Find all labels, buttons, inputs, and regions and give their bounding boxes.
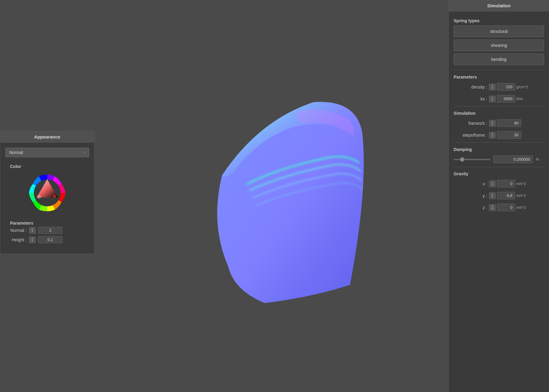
appearance-header: Appearance (0, 131, 94, 143)
damping-label: Damping (449, 145, 549, 154)
gravity-y-row: y : ▲▼ m/s^2 (449, 191, 549, 201)
dropdown-value: Normal (9, 150, 23, 155)
ks-label: ks : (454, 96, 487, 101)
simulation-panel: Simulation Spring types structural shear… (448, 0, 549, 392)
divider-1 (454, 70, 544, 70)
height-input[interactable] (38, 236, 62, 243)
parameters-label: Parameters (449, 73, 549, 82)
height-label: Height : (5, 237, 27, 242)
structural-button[interactable]: structural (454, 26, 544, 37)
density-input[interactable] (497, 83, 515, 91)
frames-row: frames/s : ▲▼ (449, 118, 549, 128)
shearing-button[interactable]: shearing (454, 40, 544, 51)
normal-param-row: Normal : ▲▼ (5, 227, 89, 234)
gravity-x-group: ▲▼ m/s^2 (489, 180, 544, 187)
damping-container: % (449, 154, 549, 164)
appearance-params-section: Parameters Normal : ▲▼ Height : ▲▼ (0, 217, 94, 247)
gravity-x-label: x : (454, 181, 487, 186)
density-input-group: ▲▼ g/cm^2 (489, 83, 544, 91)
gravity-x-unit: m/s^2 (516, 182, 526, 186)
ks-row: ks : ▲▼ N/m (449, 94, 549, 104)
gravity-z-group: ▲▼ m/s^2 (489, 204, 544, 211)
frames-input[interactable] (497, 119, 521, 127)
gravity-y-unit: m/s^2 (516, 194, 526, 198)
appearance-dropdown[interactable]: Normal › (5, 148, 89, 157)
gravity-label: Gravity (449, 170, 549, 179)
normal-input[interactable] (38, 227, 62, 234)
divider-3 (454, 142, 544, 143)
color-section: Color (0, 161, 94, 217)
gravity-z-row: z : ▲▼ m/s^2 (449, 202, 549, 212)
steps-input[interactable] (497, 131, 521, 139)
gravity-x-spinner[interactable]: ▲▼ (489, 180, 496, 187)
color-label: Color (5, 162, 89, 170)
color-wheel[interactable] (27, 173, 67, 213)
appearance-panel: Appearance Normal › Color (0, 131, 94, 254)
gravity-z-label: z : (454, 205, 487, 210)
density-row: density : ▲▼ g/cm^2 (449, 82, 549, 92)
simulation-title: Simulation (487, 3, 511, 8)
damping-slider[interactable] (454, 159, 490, 160)
gravity-y-group: ▲▼ m/s^2 (489, 192, 544, 199)
frames-input-group: ▲▼ (489, 119, 544, 127)
ks-unit: N/m (516, 97, 523, 101)
gravity-y-spinner[interactable]: ▲▼ (489, 192, 496, 199)
ks-spinner[interactable]: ▲▼ (489, 96, 496, 102)
gravity-z-spinner[interactable]: ▲▼ (489, 204, 496, 211)
frames-spinner[interactable]: ▲▼ (489, 120, 496, 127)
simulation-sublabel: Simulation (449, 109, 549, 118)
steps-row: steps/frame : ▲▼ (449, 130, 549, 140)
divider-4 (454, 167, 544, 167)
normal-label: Normal : (5, 228, 27, 233)
ks-input-group: ▲▼ N/m (489, 95, 544, 103)
steps-spinner[interactable]: ▲▼ (489, 132, 496, 138)
gravity-x-row: x : ▲▼ m/s^2 (449, 179, 549, 189)
cloth-visualization (204, 96, 381, 304)
gravity-y-label: y : (454, 193, 487, 198)
normal-spinner[interactable]: ▲▼ (29, 227, 36, 234)
density-spinner[interactable]: ▲▼ (489, 84, 496, 90)
steps-input-group: ▲▼ (489, 131, 544, 139)
gravity-x-input[interactable] (497, 180, 515, 187)
ks-input[interactable] (497, 95, 515, 103)
density-unit: g/cm^2 (516, 85, 528, 89)
steps-label: steps/frame : (454, 133, 487, 138)
gravity-z-unit: m/s^2 (516, 205, 526, 210)
bending-button[interactable]: bending (454, 54, 544, 65)
frames-label: frames/s : (454, 121, 487, 126)
dropdown-arrow: › (84, 150, 85, 155)
gravity-z-input[interactable] (497, 204, 515, 211)
appearance-dropdown-row: Normal › (0, 146, 94, 159)
density-label: density : (454, 85, 487, 89)
appearance-title: Appearance (34, 134, 60, 139)
gravity-y-input[interactable] (497, 192, 515, 199)
spring-types-label: Spring types (449, 16, 549, 26)
height-spinner[interactable]: ▲▼ (29, 236, 36, 243)
color-wheel-container (5, 170, 89, 216)
divider-2 (454, 106, 544, 107)
params-label: Parameters (5, 219, 89, 227)
height-param-row: Height : ▲▼ (5, 236, 89, 243)
svg-rect-4 (53, 195, 56, 198)
simulation-header: Simulation (449, 0, 549, 12)
damping-unit: % (536, 157, 539, 162)
damping-input[interactable] (493, 156, 533, 163)
